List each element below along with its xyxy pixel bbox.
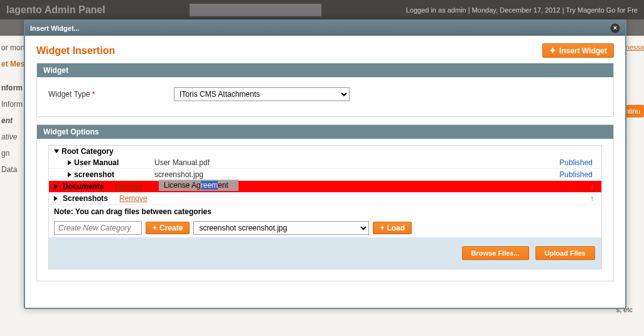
widget-panel: Widget Widget Type * IToris CMS Attachme…: [36, 63, 614, 117]
tree-item-row[interactable]: User Manual User Manual.pdf Published: [49, 157, 601, 169]
gear-icon: ✦: [549, 46, 556, 55]
tree-file-name: User Manual.pdf: [154, 158, 559, 167]
remove-link[interactable]: Remove: [119, 194, 148, 203]
chevron-right-icon[interactable]: [54, 196, 58, 201]
upload-files-label: Upload Files: [545, 249, 586, 257]
bg-side-row: gn: [1, 145, 24, 161]
remove-link[interactable]: Remove: [115, 182, 143, 191]
insert-widget-button[interactable]: ✦ Insert Widget: [542, 43, 614, 58]
panel-header-widget: Widget: [37, 63, 613, 77]
widget-type-label: Widget Type *: [48, 90, 174, 99]
status-link[interactable]: Published: [559, 158, 596, 167]
chevron-down-icon[interactable]: [54, 149, 59, 153]
insert-widget-modal: Insert Widget... × Widget Insertion ✦ In…: [24, 19, 626, 309]
bg-side-row: or mon: [1, 40, 24, 56]
arrow-down-icon[interactable]: ↓: [590, 182, 596, 191]
browse-files-button[interactable]: Browse Files...: [462, 246, 529, 260]
browse-files-label: Browse Files...: [471, 249, 520, 257]
create-button[interactable]: + Create: [146, 222, 190, 234]
drag-ghost-text-post: ent: [218, 181, 228, 190]
widget-options-panel: Widget Options Root Category User Manual: [36, 124, 614, 281]
screenshots-cat-label: Screenshots: [63, 194, 108, 203]
modal-title: Insert Widget...: [30, 24, 80, 32]
section-title: Widget Insertion: [36, 45, 115, 57]
admin-header: lagento Admin Panel Logged in as admin |…: [0, 0, 644, 19]
bg-side-row: Data: [1, 161, 24, 178]
plus-icon: +: [380, 224, 384, 232]
required-asterisk: *: [92, 90, 95, 99]
drag-note: Note: You can drag files between categor…: [49, 205, 601, 219]
bg-side-row: ative: [1, 129, 24, 145]
bg-side-row: et Mes: [1, 56, 24, 72]
tree-root-row[interactable]: Root Category: [49, 146, 601, 157]
root-category-label: Root Category: [62, 147, 114, 156]
load-label: Load: [387, 224, 405, 232]
widget-type-select[interactable]: IToris CMS Attachments: [174, 87, 350, 101]
upload-bar: Browse Files... Upload Files: [49, 237, 601, 269]
chevron-right-icon[interactable]: [68, 172, 72, 177]
insert-widget-label: Insert Widget: [559, 46, 607, 55]
documents-cat-label: Documents: [63, 182, 104, 191]
close-icon[interactable]: ×: [610, 23, 620, 33]
upload-files-button[interactable]: Upload Files: [535, 246, 595, 260]
tree-category-documents[interactable]: Documents Remove ↓ License Agreement: [49, 181, 601, 193]
header-right-text: Logged in as admin | Monday, December 17…: [406, 6, 638, 14]
modal-titlebar[interactable]: Insert Widget... ×: [25, 21, 625, 36]
tree-cat-name: User Manual: [74, 158, 119, 167]
tree-file-name: screenshot.jpg: [154, 170, 559, 179]
bg-messages-link: messa: [624, 43, 644, 51]
global-search-bg: [190, 4, 321, 16]
tree-category-screenshots[interactable]: Screenshots Remove ↑: [49, 193, 601, 205]
load-button[interactable]: + Load: [373, 222, 412, 234]
drag-ghost-text-sel: reem: [201, 181, 218, 190]
file-select[interactable]: screenshot screenshot.jpg: [193, 221, 369, 235]
new-category-input[interactable]: [54, 221, 142, 235]
tree-cat-name: screenshot: [74, 170, 114, 179]
arrow-up-icon[interactable]: ↑: [590, 194, 596, 203]
tree-item-row[interactable]: screenshot screenshot.jpg Published: [49, 169, 601, 181]
chevron-right-icon[interactable]: [54, 184, 58, 189]
create-label: Create: [159, 224, 183, 232]
bg-side-row: nform: [1, 80, 24, 96]
options-area: Root Category User Manual User Manual.pd…: [48, 145, 602, 269]
chevron-right-icon[interactable]: [68, 160, 72, 165]
status-link[interactable]: Published: [559, 170, 596, 179]
bg-side-row: ent: [1, 112, 24, 129]
brand-partial: lagento Admin Panel: [6, 4, 105, 16]
controls-row: + Create screenshot screenshot.jpg + Loa…: [49, 219, 601, 237]
bg-side-row: Inform: [1, 96, 24, 112]
drag-ghost[interactable]: License Agreement: [159, 180, 239, 191]
plus-icon: +: [153, 224, 157, 232]
bg-side-partial: or mon et Mes nform Inform ent ative gn …: [0, 36, 26, 182]
panel-header-options: Widget Options: [37, 125, 613, 139]
drag-ghost-text-pre: License Ag: [164, 181, 201, 190]
